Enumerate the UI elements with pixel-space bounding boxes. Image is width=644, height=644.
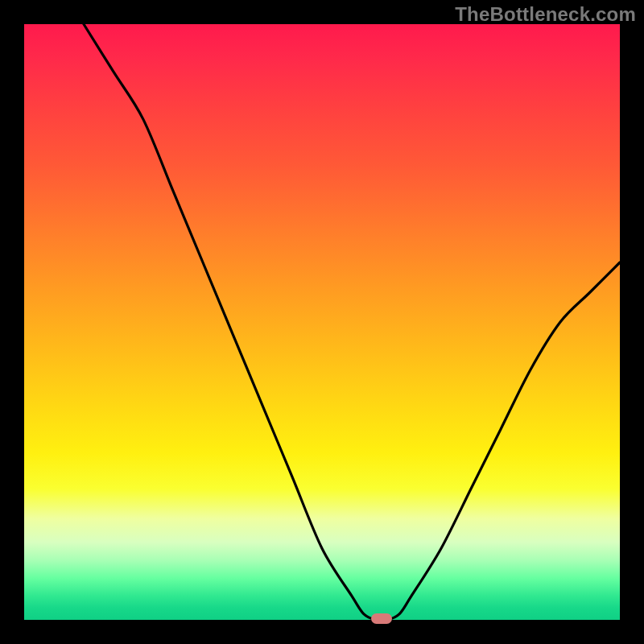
- watermark-text: TheBottleneck.com: [455, 3, 636, 26]
- optimal-point-marker: [371, 613, 392, 624]
- chart-frame: TheBottleneck.com: [0, 0, 644, 644]
- bottleneck-curve: [24, 24, 620, 620]
